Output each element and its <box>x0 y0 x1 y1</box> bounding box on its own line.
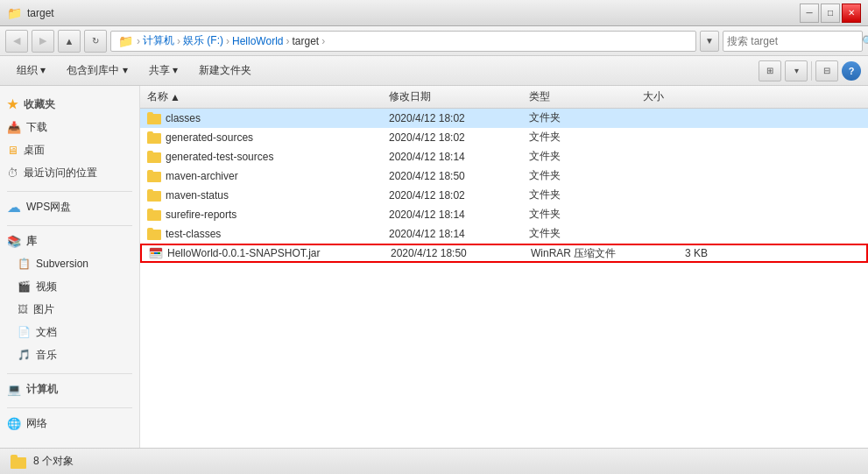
search-box[interactable]: 🔍 <box>723 31 863 52</box>
help-button[interactable]: ? <box>842 61 861 81</box>
address-dropdown-button[interactable]: ▼ <box>700 31 719 52</box>
file-date-cell: 2020/4/12 18:02 <box>389 131 529 144</box>
file-name-text: test-classes <box>166 228 221 240</box>
computer-header[interactable]: 💻 计算机 <box>0 378 139 400</box>
breadcrumb-computer[interactable]: 计算机 <box>143 33 174 48</box>
col-header-size[interactable]: 大小 <box>643 86 713 108</box>
file-type-cell: 文件夹 <box>529 207 643 222</box>
col-header-name[interactable]: 名称 ▲ <box>144 86 389 108</box>
svg-rect-7 <box>151 257 158 258</box>
back-button[interactable]: ◀ <box>5 30 28 53</box>
sidebar-item-recent[interactable]: ⏱ 最近访问的位置 <box>0 161 139 184</box>
breadcrumb-project[interactable]: HelloWorld <box>232 35 283 47</box>
svg-rect-3 <box>151 252 154 254</box>
cloud-icon: ☁ <box>7 199 21 216</box>
organize-button[interactable]: 组织 ▾ <box>7 59 55 83</box>
up-button[interactable]: ▲ <box>58 30 81 53</box>
subversion-icon: 📋 <box>18 258 31 270</box>
col-size-label: 大小 <box>643 89 664 104</box>
favorites-label: 收藏夹 <box>24 97 55 112</box>
file-name-text: surefire-reports <box>166 209 236 221</box>
file-list: classes2020/4/12 18:02文件夹generated-sourc… <box>140 109 868 448</box>
minimize-button[interactable]: ─ <box>800 4 819 23</box>
close-button[interactable]: ✕ <box>842 4 861 23</box>
table-row[interactable]: maven-status2020/4/12 18:02文件夹 <box>140 186 868 205</box>
file-name-text: maven-archiver <box>166 170 238 182</box>
table-row[interactable]: maven-archiver2020/4/12 18:50文件夹 <box>140 166 868 186</box>
file-date-cell: 2020/4/12 18:02 <box>389 189 529 202</box>
folder-icon <box>147 209 161 221</box>
sidebar-item-images[interactable]: 🖼 图片 <box>0 298 139 321</box>
jar-icon <box>149 246 163 260</box>
sidebar-item-music[interactable]: 🎵 音乐 <box>0 343 139 366</box>
maximize-button[interactable]: □ <box>821 4 840 23</box>
toolbar-right: ⊞ ▾ ⊟ ? <box>759 60 861 81</box>
file-name-text: generated-test-sources <box>166 151 273 163</box>
file-date-cell: 2020/4/12 18:50 <box>391 247 531 259</box>
divider-4 <box>7 407 132 408</box>
images-label: 图片 <box>33 302 54 317</box>
status-count: 8 个对象 <box>33 454 74 469</box>
include-button[interactable]: 包含到库中 ▾ <box>57 59 137 83</box>
recent-icon: ⏱ <box>7 166 18 180</box>
view-dropdown-button[interactable]: ▾ <box>785 60 808 81</box>
forward-button[interactable]: ▶ <box>32 30 54 53</box>
network-label: 网络 <box>26 416 47 431</box>
file-date-cell: 2020/4/12 18:02 <box>389 112 529 124</box>
file-name-text: generated-sources <box>166 131 253 144</box>
network-section: 🌐 网络 <box>0 412 139 435</box>
sidebar-item-video[interactable]: 🎬 视频 <box>0 275 139 298</box>
folder-icon <box>147 189 161 202</box>
file-type-cell: 文件夹 <box>529 110 643 125</box>
column-headers: 名称 ▲ 修改日期 类型 大小 <box>140 86 868 109</box>
file-name-cell: generated-sources <box>144 131 389 144</box>
sidebar-item-wps[interactable]: ☁ WPS网盘 <box>0 195 139 218</box>
file-name-cell: generated-test-sources <box>144 151 389 163</box>
svg-rect-2 <box>150 251 162 251</box>
star-icon: ★ <box>7 97 18 111</box>
sidebar-item-download[interactable]: 📥 下载 <box>0 116 139 138</box>
share-button[interactable]: 共享 ▾ <box>139 59 187 83</box>
file-name-cell: surefire-reports <box>144 209 389 221</box>
download-folder-icon: 📥 <box>7 121 21 134</box>
table-row[interactable]: surefire-reports2020/4/12 18:14文件夹 <box>140 205 868 224</box>
preview-pane-button[interactable]: ⊟ <box>815 60 838 81</box>
file-type-cell: 文件夹 <box>529 130 643 145</box>
view-toggle-button[interactable]: ⊞ <box>759 60 781 81</box>
breadcrumb-sep-3: › <box>226 35 229 47</box>
title-bar-left: 📁 target <box>7 6 800 20</box>
file-name-cell: classes <box>144 112 389 124</box>
table-row[interactable]: generated-test-sources2020/4/12 18:14文件夹 <box>140 147 868 166</box>
col-type-label: 类型 <box>529 89 550 104</box>
sidebar-item-network[interactable]: 🌐 网络 <box>0 412 139 435</box>
table-row[interactable]: test-classes2020/4/12 18:14文件夹 <box>140 224 868 244</box>
video-icon: 🎬 <box>18 280 31 293</box>
table-row[interactable]: HelloWorld-0.0.1-SNAPSHOT.jar2020/4/12 1… <box>140 244 868 263</box>
table-row[interactable]: classes2020/4/12 18:02文件夹 <box>140 109 868 128</box>
sidebar-item-desktop[interactable]: 🖥 桌面 <box>0 138 139 161</box>
sidebar-item-docs[interactable]: 📄 文档 <box>0 321 139 343</box>
breadcrumb-sep-2: › <box>177 35 180 47</box>
recent-label: 最近访问的位置 <box>24 166 97 180</box>
sidebar-item-subversion[interactable]: 📋 Subversion <box>0 252 139 275</box>
file-name-cell: maven-archiver <box>144 170 389 182</box>
breadcrumb[interactable]: 📁 › 计算机 › 娱乐 (F:) › HelloWorld › target … <box>110 31 696 52</box>
breadcrumb-drive[interactable]: 娱乐 (F:) <box>183 33 223 48</box>
col-header-type[interactable]: 类型 <box>529 86 643 108</box>
favorites-header: ★ 收藏夹 <box>0 93 139 116</box>
file-date-cell: 2020/4/12 18:50 <box>389 170 529 182</box>
refresh-button[interactable]: ↻ <box>84 30 107 53</box>
search-icon[interactable]: 🔍 <box>862 32 868 51</box>
library-header: 📚 库 <box>0 230 139 252</box>
svg-rect-6 <box>151 255 161 256</box>
music-label: 音乐 <box>36 348 57 363</box>
search-input[interactable] <box>723 35 862 47</box>
file-type-cell: 文件夹 <box>529 187 643 202</box>
folder-icon <box>147 170 161 182</box>
file-type-cell: 文件夹 <box>529 149 643 164</box>
title-bar-controls: ─ □ ✕ <box>800 4 861 23</box>
col-header-date[interactable]: 修改日期 <box>389 86 529 108</box>
table-row[interactable]: generated-sources2020/4/12 18:02文件夹 <box>140 128 868 147</box>
col-name-sort-icon: ▲ <box>170 91 180 103</box>
new-folder-button[interactable]: 新建文件夹 <box>189 59 261 83</box>
